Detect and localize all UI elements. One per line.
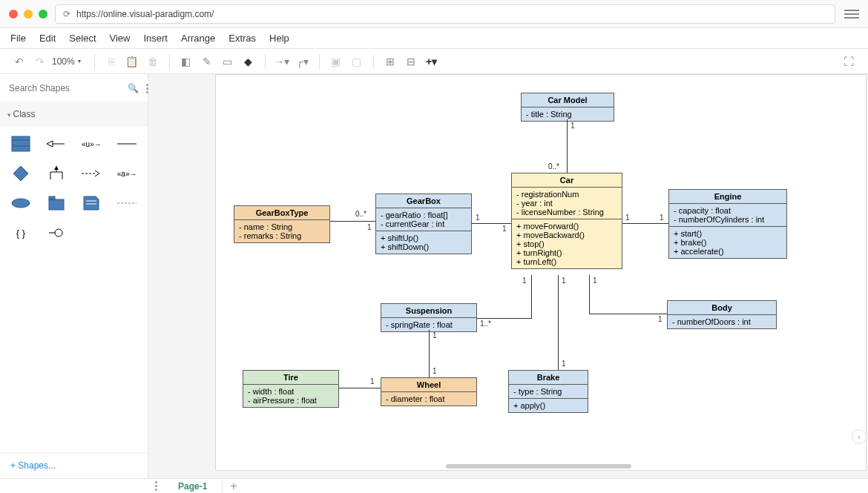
add-page-icon[interactable]: +: [223, 480, 244, 493]
paste-icon[interactable]: 📋: [123, 53, 141, 70]
zoom-dropdown[interactable]: 100%▾: [52, 56, 81, 67]
page-tab[interactable]: Page-1: [163, 478, 223, 494]
toolbar: ↶ ↷ 100%▾ ⎘ 📋 🗑 ◧ ✎ ▭ ◆ →▾ ┌▾ ▣ ▢ ⊞ ⊟ +▾…: [0, 49, 868, 74]
multiplicity: 1: [571, 122, 575, 130]
connector: [429, 330, 430, 377]
shape-package-icon[interactable]: [42, 193, 71, 214]
menu-edit[interactable]: Edit: [39, 33, 56, 44]
class-attrs: - name : String- remarks : String: [234, 220, 329, 242]
shape-class-icon[interactable]: [6, 133, 36, 154]
class-ops: + start()+ brake()+ accelerate(): [669, 227, 786, 258]
svg-marker-6: [13, 166, 28, 181]
redo-icon[interactable]: ↷: [31, 53, 49, 70]
menu-help[interactable]: Help: [269, 33, 289, 44]
stroke-icon[interactable]: ✎: [198, 53, 216, 70]
sidebar: 🔍 Class «u»→ «a»→ { } + Shapes...: [0, 74, 148, 478]
shape-ellipse-icon[interactable]: [6, 193, 36, 214]
class-suspension[interactable]: Suspension - springRate : float: [381, 303, 477, 332]
url-bar[interactable]: ⟳ https://online.visual-paradigm.com/: [55, 4, 835, 24]
menu-arrange[interactable]: Arrange: [181, 33, 215, 44]
svg-marker-4: [47, 141, 53, 147]
class-attrs: - capacity : float- numberOfCylinders : …: [669, 204, 786, 227]
class-attrs: - type : String: [509, 385, 588, 399]
shape-diamond-icon[interactable]: [6, 163, 36, 184]
menu-insert[interactable]: Insert: [143, 33, 168, 44]
class-car[interactable]: Car - registrationNum- year : int- licen…: [511, 173, 622, 269]
close-icon[interactable]: [9, 10, 18, 19]
delete-icon[interactable]: 🗑: [144, 53, 162, 70]
menu-extras[interactable]: Extras: [228, 33, 256, 44]
class-name: Brake: [509, 371, 588, 385]
zoom-value: 100%: [52, 56, 75, 67]
multiplicity: 1: [370, 377, 375, 386]
shape-generalization-icon[interactable]: [42, 133, 71, 154]
search-input[interactable]: [6, 80, 123, 96]
copy-icon[interactable]: ⎘: [102, 53, 120, 70]
menu-file[interactable]: File: [10, 33, 26, 44]
menubar: File Edit Select View Insert Arrange Ext…: [0, 28, 868, 49]
connector: [477, 318, 532, 319]
shapes-link[interactable]: + Shapes...: [0, 452, 148, 478]
connector: [558, 275, 559, 370]
canvas[interactable]: Car Model - title : String Car - registr…: [215, 74, 867, 471]
minimize-icon[interactable]: [24, 10, 33, 19]
class-name: Suspension: [381, 304, 476, 318]
shape-usage-icon[interactable]: «u»→: [77, 133, 107, 154]
class-tire[interactable]: Tire - width : float- airPressure : floa…: [243, 370, 339, 408]
connector: [472, 223, 511, 224]
shape-association-icon[interactable]: [112, 133, 142, 154]
multiplicity: 1: [522, 277, 527, 285]
class-name: Body: [668, 301, 776, 315]
fill-icon[interactable]: ◧: [177, 53, 195, 70]
class-carmodel[interactable]: Car Model - title : String: [521, 93, 614, 122]
shape-constraint-icon[interactable]: { }: [6, 222, 36, 243]
category-class[interactable]: Class: [0, 103, 148, 126]
class-wheel[interactable]: Wheel - diameter : float: [381, 377, 477, 406]
menu-select[interactable]: Select: [69, 33, 96, 44]
class-brake[interactable]: Brake - type : String + apply(): [508, 370, 588, 413]
search-icon[interactable]: 🔍: [128, 83, 139, 93]
shape-note-icon[interactable]: [77, 193, 107, 214]
undo-icon[interactable]: ↶: [10, 53, 28, 70]
menu-icon[interactable]: [844, 7, 859, 21]
group-icon[interactable]: ⊞: [381, 53, 399, 70]
multiplicity: 1: [476, 214, 480, 222]
shape-dashed-icon[interactable]: [112, 193, 142, 214]
connector-icon[interactable]: ┌▾: [294, 53, 312, 70]
drag-handle-icon[interactable]: [148, 481, 163, 491]
class-name: Car: [512, 173, 622, 188]
maximize-icon[interactable]: [39, 10, 47, 19]
shape-dependency-icon[interactable]: [77, 163, 107, 184]
back-icon[interactable]: ▢: [348, 53, 366, 70]
connector: [589, 314, 667, 314]
svg-point-19: [55, 229, 62, 236]
svg-rect-15: [49, 196, 55, 199]
shadow-icon[interactable]: ▭: [219, 53, 237, 70]
multiplicity: 0..*: [548, 162, 559, 171]
connector: [339, 388, 381, 388]
add-icon[interactable]: +▾: [423, 53, 441, 70]
class-gearboxtype[interactable]: GearBoxType - name : String- remarks : S…: [234, 205, 330, 243]
class-attrs: - diameter : float: [381, 392, 476, 406]
class-body[interactable]: Body - numberOfDoors : int: [667, 300, 777, 329]
style-icon[interactable]: ◆: [240, 53, 257, 70]
fullscreen-icon[interactable]: ⛶: [840, 53, 858, 70]
shape-interface-icon[interactable]: [42, 222, 71, 243]
horizontal-scrollbar[interactable]: [446, 464, 631, 469]
class-name: Wheel: [381, 378, 476, 392]
arrow-icon[interactable]: →▾: [273, 53, 291, 70]
class-engine[interactable]: Engine - capacity : float- numberOfCylin…: [668, 189, 787, 259]
shape-abstraction-icon[interactable]: «a»→: [112, 163, 142, 184]
multiplicity: 0..*: [355, 210, 366, 218]
multiplicity: 1: [433, 331, 437, 340]
shape-fork-icon[interactable]: [42, 163, 71, 184]
reload-icon[interactable]: ⟳: [63, 9, 70, 19]
ungroup-icon[interactable]: ⊟: [402, 53, 420, 70]
collapse-panel-icon[interactable]: ‹: [852, 429, 867, 444]
class-gearbox[interactable]: GearBox - gearRatio : float[]- currentGe…: [375, 193, 472, 254]
multiplicity: 1: [367, 223, 372, 231]
front-icon[interactable]: ▣: [327, 53, 345, 70]
class-name: GearBoxType: [234, 206, 329, 220]
menu-view[interactable]: View: [110, 33, 131, 44]
window-controls: [9, 10, 47, 19]
